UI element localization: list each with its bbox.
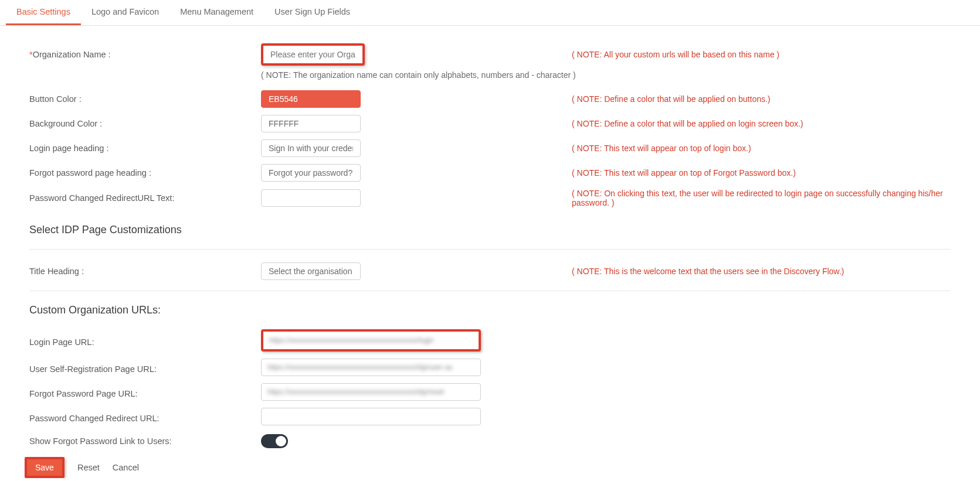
- toggle-knob: [276, 436, 286, 446]
- note-button-color: ( NOTE: Define a color that will be appl…: [566, 94, 951, 104]
- tab-basic-settings[interactable]: Basic Settings: [6, 0, 81, 25]
- forgot-heading-input[interactable]: [261, 164, 361, 182]
- row-show-forgot-toggle: Show Forgot Password Link to Users:: [29, 432, 951, 450]
- row-login-page-url: Login Page URL: https://xxxxxxxxxxxxxxxx…: [29, 329, 951, 352]
- row-self-reg-url: User Self-Registration Page URL: https:/…: [29, 359, 951, 376]
- pwd-redirect-url-display: [261, 408, 481, 425]
- save-button[interactable]: Save: [25, 457, 65, 478]
- label-login-page-url: Login Page URL:: [29, 335, 261, 347]
- note-organization-name: ( NOTE: All your custom urls will be bas…: [566, 50, 951, 59]
- tab-logo-favicon[interactable]: Logo and Favicon: [81, 0, 169, 25]
- label-forgot-pwd-url: Forgot Password Page URL:: [29, 386, 261, 398]
- login-page-url-display: https://xxxxxxxxxxxxxxxxxxxxxxxxxxxxxxxx…: [261, 329, 481, 352]
- row-forgot-heading: Forgot password page heading : ( NOTE: T…: [29, 164, 951, 182]
- heading-custom-urls: Custom Organization URLs:: [29, 304, 951, 316]
- button-color-input[interactable]: [261, 90, 361, 108]
- organization-name-input[interactable]: [261, 43, 365, 66]
- divider-idp: [29, 249, 951, 250]
- row-background-color: Background Color : ( NOTE: Define a colo…: [29, 115, 951, 132]
- row-pwd-redirect-url: Password Changed Redirect URL:: [29, 408, 951, 425]
- self-reg-url-display: https://xxxxxxxxxxxxxxxxxxxxxxxxxxxxxxxx…: [261, 359, 481, 376]
- divider-urls-top: [29, 291, 951, 291]
- label-organization-name: *Organization Name :: [29, 50, 261, 59]
- action-row: Save Reset Cancel: [25, 457, 951, 478]
- note-pwd-redirect-text: ( NOTE: On clicking this text, the user …: [566, 189, 951, 207]
- cancel-link[interactable]: Cancel: [113, 463, 139, 472]
- reset-link[interactable]: Reset: [77, 463, 100, 472]
- label-show-forgot: Show Forgot Password Link to Users:: [29, 436, 261, 446]
- label-background-color: Background Color :: [29, 119, 261, 128]
- label-pwd-redirect-url: Password Changed Redirect URL:: [29, 411, 261, 423]
- label-forgot-heading: Forgot password page heading :: [29, 168, 261, 178]
- tabs-nav: Basic Settings Logo and Favicon Menu Man…: [0, 0, 980, 26]
- note-title-heading: ( NOTE: This is the welcome text that th…: [566, 267, 951, 276]
- heading-idp-customizations: Select IDP Page Customizations: [29, 224, 951, 236]
- row-login-heading: Login page heading : ( NOTE: This text w…: [29, 139, 951, 157]
- label-pwd-redirect-text: Password Changed RedirectURL Text:: [29, 193, 261, 203]
- label-self-reg-url: User Self-Registration Page URL:: [29, 361, 261, 374]
- show-forgot-toggle[interactable]: [261, 434, 288, 448]
- form-content: *Organization Name : ( NOTE: All your cu…: [0, 43, 980, 478]
- note-forgot-heading: ( NOTE: This text will appear on top of …: [566, 168, 951, 178]
- label-login-heading: Login page heading :: [29, 144, 261, 153]
- note-background-color: ( NOTE: Define a color that will be appl…: [566, 119, 951, 128]
- row-pwd-redirect-text: Password Changed RedirectURL Text: ( NOT…: [29, 189, 951, 207]
- tab-user-signup-fields[interactable]: User Sign Up Fields: [264, 0, 361, 25]
- forgot-pwd-url-display: https://xxxxxxxxxxxxxxxxxxxxxxxxxxxxxxxx…: [261, 383, 481, 401]
- row-forgot-pwd-url: Forgot Password Page URL: https://xxxxxx…: [29, 383, 951, 401]
- pwd-redirect-text-input[interactable]: [261, 189, 361, 207]
- background-color-input[interactable]: [261, 115, 361, 132]
- row-button-color: Button Color : ( NOTE: Define a color th…: [29, 90, 951, 108]
- row-organization-name: *Organization Name : ( NOTE: All your cu…: [29, 43, 951, 66]
- row-title-heading: Title Heading : ( NOTE: This is the welc…: [29, 262, 951, 280]
- title-heading-input[interactable]: [261, 262, 361, 280]
- note-login-heading: ( NOTE: This text will appear on top of …: [566, 144, 951, 153]
- subnote-organization-name: ( NOTE: The organization name can contai…: [29, 70, 951, 80]
- label-button-color: Button Color :: [29, 94, 261, 104]
- tab-menu-management[interactable]: Menu Management: [169, 0, 264, 25]
- label-title-heading: Title Heading :: [29, 267, 261, 276]
- login-heading-input[interactable]: [261, 139, 361, 157]
